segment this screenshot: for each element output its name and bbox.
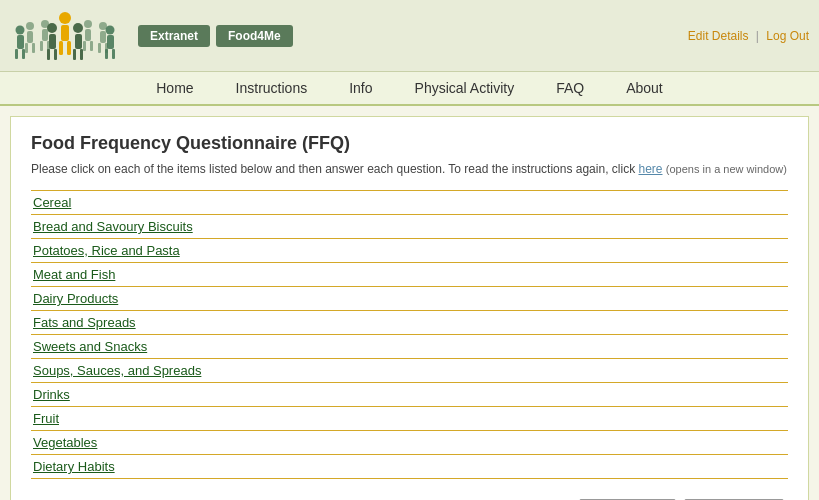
svg-point-16 <box>16 26 25 35</box>
food-list-item: Bread and Savoury Biscuits <box>31 215 788 239</box>
main-content: Food Frequency Questionnaire (FFQ) Pleas… <box>10 116 809 500</box>
food-item-link-1[interactable]: Bread and Savoury Biscuits <box>33 219 193 234</box>
edit-details-link[interactable]: Edit Details <box>688 29 749 43</box>
nav-faq[interactable]: FAQ <box>550 78 590 98</box>
svg-point-8 <box>84 20 92 28</box>
food-item-link-6[interactable]: Sweets and Snacks <box>33 339 147 354</box>
food-list: CerealBread and Savoury BiscuitsPotatoes… <box>31 190 788 479</box>
svg-rect-29 <box>49 34 56 49</box>
extranet-button[interactable]: Extranet <box>138 25 210 47</box>
svg-point-24 <box>59 12 71 24</box>
svg-rect-23 <box>112 49 115 59</box>
svg-rect-30 <box>47 49 50 60</box>
food-list-item: Drinks <box>31 383 788 407</box>
svg-rect-34 <box>73 49 76 60</box>
svg-rect-11 <box>90 41 93 51</box>
svg-point-32 <box>73 23 83 33</box>
food-list-item: Cereal <box>31 191 788 215</box>
page-title: Food Frequency Questionnaire (FFQ) <box>31 133 788 154</box>
food-list-item: Fruit <box>31 407 788 431</box>
svg-point-0 <box>26 22 34 30</box>
food-list-item: Fats and Spreads <box>31 311 788 335</box>
food-list-item: Sweets and Snacks <box>31 335 788 359</box>
svg-rect-22 <box>105 49 108 59</box>
svg-rect-25 <box>61 25 69 41</box>
food-item-link-11[interactable]: Dietary Habits <box>33 459 115 474</box>
svg-rect-10 <box>83 41 86 51</box>
food4me-button[interactable]: Food4Me <box>216 25 293 47</box>
food-item-link-9[interactable]: Fruit <box>33 411 59 426</box>
food-item-link-3[interactable]: Meat and Fish <box>33 267 115 282</box>
food-list-item: Meat and Fish <box>31 263 788 287</box>
food-list-item: Vegetables <box>31 431 788 455</box>
food-item-link-7[interactable]: Soups, Sauces, and Spreads <box>33 363 201 378</box>
svg-rect-19 <box>22 49 25 59</box>
food-item-link-10[interactable]: Vegetables <box>33 435 97 450</box>
svg-point-28 <box>47 23 57 33</box>
svg-rect-33 <box>75 34 82 49</box>
svg-rect-21 <box>107 35 114 49</box>
logo-area <box>10 8 120 63</box>
top-right-links: Edit Details | Log Out <box>688 29 809 43</box>
instructions-text: Please click on each of the items listed… <box>31 162 788 176</box>
svg-rect-31 <box>54 49 57 60</box>
food-item-link-4[interactable]: Dairy Products <box>33 291 118 306</box>
logo <box>10 8 120 63</box>
food-list-item: Dietary Habits <box>31 455 788 479</box>
nav-info[interactable]: Info <box>343 78 378 98</box>
svg-rect-18 <box>15 49 18 59</box>
svg-rect-27 <box>67 41 71 55</box>
svg-rect-26 <box>59 41 63 55</box>
food-item-link-8[interactable]: Drinks <box>33 387 70 402</box>
nav-home[interactable]: Home <box>150 78 199 98</box>
svg-point-20 <box>106 26 115 35</box>
food-item-link-0[interactable]: Cereal <box>33 195 71 210</box>
food-list-item: Dairy Products <box>31 287 788 311</box>
food-list-item: Soups, Sauces, and Spreads <box>31 359 788 383</box>
instructions-prefix: Please click on each of the items listed… <box>31 162 635 176</box>
link-separator: | <box>756 29 759 43</box>
here-note-text: (opens in a new window) <box>666 163 787 175</box>
svg-rect-3 <box>32 43 35 53</box>
top-bar: Extranet Food4Me Edit Details | Log Out <box>0 0 819 72</box>
svg-rect-2 <box>25 43 28 53</box>
food-item-link-2[interactable]: Potatoes, Rice and Pasta <box>33 243 180 258</box>
nav-about[interactable]: About <box>620 78 669 98</box>
svg-rect-5 <box>42 29 48 41</box>
nav-bar: Home Instructions Info Physical Activity… <box>0 72 819 106</box>
food-list-item: Potatoes, Rice and Pasta <box>31 239 788 263</box>
svg-rect-35 <box>80 49 83 60</box>
svg-rect-13 <box>100 31 106 43</box>
logout-link[interactable]: Log Out <box>766 29 809 43</box>
svg-rect-17 <box>17 35 24 49</box>
nav-instructions[interactable]: Instructions <box>230 78 314 98</box>
svg-rect-9 <box>85 29 91 41</box>
top-buttons: Extranet Food4Me <box>138 25 293 47</box>
food-item-link-5[interactable]: Fats and Spreads <box>33 315 136 330</box>
svg-rect-6 <box>40 41 43 51</box>
nav-physical-activity[interactable]: Physical Activity <box>409 78 521 98</box>
here-link[interactable]: here <box>638 162 662 176</box>
svg-rect-14 <box>98 43 101 53</box>
svg-rect-1 <box>27 31 33 43</box>
